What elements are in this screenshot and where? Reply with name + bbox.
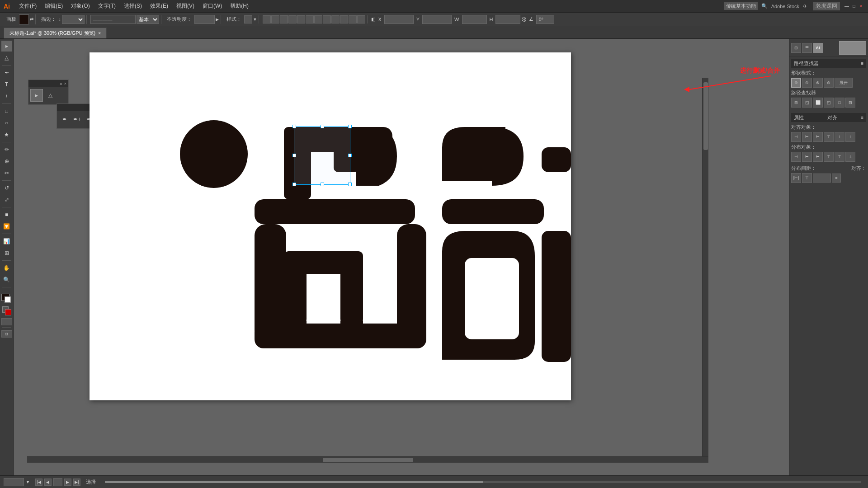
merge-icon[interactable]: ⬜	[813, 98, 823, 108]
dist-spacing-v-icon[interactable]: ⊤	[802, 173, 812, 183]
star-tool[interactable]: ★	[1, 129, 12, 140]
dist-center-h-icon[interactable]: ⊢	[802, 152, 812, 162]
selection-tool-btn[interactable]: ▸	[30, 89, 43, 102]
hand-tool[interactable]: ✋	[1, 263, 12, 273]
exclude-icon[interactable]: ⊘	[824, 78, 834, 88]
next-page-btn[interactable]: ▶	[64, 479, 71, 486]
selection-tool[interactable]: ▸	[1, 41, 12, 52]
handle-mr[interactable]	[348, 154, 352, 157]
fill-swatch[interactable]	[19, 14, 29, 24]
hscroll-thumb[interactable]	[323, 458, 413, 462]
rectangle-tool[interactable]: □	[1, 106, 12, 117]
expand-button[interactable]: 展开	[835, 78, 853, 88]
eyedropper-tool[interactable]: 🔽	[1, 221, 12, 232]
align-center-obj-icon[interactable]: ⊢	[802, 132, 812, 142]
align-left-obj-icon[interactable]: ⊣	[791, 132, 801, 142]
align-bottom-icon[interactable]	[306, 15, 314, 23]
opacity-input[interactable]: 100%	[194, 15, 215, 24]
close-button[interactable]: ×	[858, 3, 864, 9]
distribute-left-icon[interactable]	[314, 15, 322, 23]
menu-help[interactable]: 帮助(H)	[226, 1, 252, 11]
dist-bottom-icon[interactable]: ⊥	[845, 152, 855, 162]
menu-edit[interactable]: 编辑(E)	[41, 1, 66, 11]
link-proportions-icon[interactable]: ⛓	[521, 17, 526, 22]
minus-back-icon[interactable]: ⊟	[845, 98, 855, 108]
ai-panel-icon[interactable]: AI	[813, 43, 823, 53]
y-input[interactable]: 148.75 px	[422, 15, 452, 24]
paintbrush-tool[interactable]: ✏	[1, 144, 12, 155]
direct-selection-tool-btn[interactable]: △	[44, 89, 57, 102]
align-right-icon[interactable]	[280, 15, 288, 23]
stroke-input[interactable]	[90, 15, 136, 24]
pen-tool[interactable]: ✒	[1, 67, 12, 78]
list-view-icon[interactable]: ☰	[802, 43, 812, 53]
line-tool[interactable]: /	[1, 91, 12, 102]
background-color[interactable]	[5, 296, 11, 303]
prev-page-btn[interactable]: ◀	[44, 479, 52, 486]
panel-arrow-close[interactable]: ×	[64, 81, 66, 86]
dist-left-icon[interactable]: ⊣	[791, 152, 801, 162]
handle-bl[interactable]	[292, 183, 296, 186]
divide-icon[interactable]: ⊞	[791, 98, 801, 108]
stroke-preset-select[interactable]: 基本	[137, 15, 159, 24]
handle-tc[interactable]	[321, 125, 324, 128]
share-icon[interactable]: ✈	[803, 3, 807, 9]
zoom-tool[interactable]: 🔍	[1, 274, 12, 285]
distribute-center-v-icon[interactable]	[349, 15, 357, 23]
spacing-value-input[interactable]: 0.9 mm	[813, 174, 831, 183]
stroke-select[interactable]	[62, 15, 85, 24]
menu-view[interactable]: 视图(V)	[173, 1, 198, 11]
ellipse-tool[interactable]: ○	[1, 117, 12, 128]
crop-icon[interactable]: ◰	[824, 98, 834, 108]
pathfinder-menu[interactable]: ≡	[861, 61, 863, 66]
align-middle-obj-icon[interactable]: ⊥	[835, 132, 844, 142]
distribute-top-icon[interactable]	[340, 15, 348, 23]
align-menu[interactable]: ≡	[861, 115, 863, 120]
last-page-btn[interactable]: ▶|	[73, 479, 80, 486]
align-to-icon[interactable]: ≡	[832, 174, 841, 183]
align-right-obj-icon[interactable]: ⊢	[813, 132, 823, 142]
vertical-scrollbar[interactable]	[702, 78, 708, 456]
align-center-v-icon[interactable]	[297, 15, 305, 23]
outline-icon[interactable]: □	[835, 98, 844, 108]
handle-tr[interactable]	[348, 125, 352, 128]
handle-br[interactable]	[348, 183, 352, 186]
first-page-btn[interactable]: |◀	[35, 479, 42, 486]
menu-window[interactable]: 窗口(W)	[199, 1, 226, 11]
menu-file[interactable]: 文件(F)	[15, 1, 40, 11]
w-input[interactable]: 50.5 px	[462, 15, 487, 24]
handle-bc[interactable]	[321, 183, 324, 186]
dist-right-icon[interactable]: ⊢	[813, 152, 823, 162]
scissors-tool[interactable]: ✂	[1, 168, 12, 178]
minus-front-icon[interactable]: ⊖	[802, 78, 812, 88]
dist-top-icon[interactable]: ⊤	[824, 152, 834, 162]
menu-effect[interactable]: 效果(E)	[146, 1, 172, 11]
grid-view-icon[interactable]: ⊞	[791, 43, 801, 53]
stroke-color[interactable]	[5, 309, 11, 315]
angle-input[interactable]	[536, 15, 554, 24]
document-tab[interactable]: 未标题-1.ai* @ 300% (RGB/GPU 预览) ×	[4, 28, 107, 38]
h-input[interactable]: 55.5 px	[495, 15, 520, 24]
unite-icon[interactable]: ⊕	[791, 78, 801, 88]
maximize-button[interactable]: □	[851, 3, 857, 9]
menu-select[interactable]: 选择(S)	[120, 1, 146, 11]
trim-icon[interactable]: ◱	[802, 98, 812, 108]
menu-object[interactable]: 对象(O)	[67, 1, 93, 11]
handle-ml[interactable]	[292, 154, 296, 157]
x-input[interactable]: 230.625	[384, 15, 414, 24]
direct-selection-tool[interactable]: △	[1, 52, 12, 63]
graph-tool[interactable]: 📊	[1, 236, 12, 247]
draw-mode-icon[interactable]: ⊡	[1, 330, 12, 338]
blob-brush-tool[interactable]: ⊕	[1, 156, 12, 167]
handle-tl[interactable]	[292, 125, 296, 128]
horizontal-scrollbar[interactable]	[27, 456, 708, 463]
zoom-input[interactable]: 300%	[4, 478, 24, 486]
intersect-icon[interactable]: ⊗	[813, 78, 823, 88]
add-anchor-tool-btn[interactable]: ✒+	[71, 113, 83, 126]
distribute-center-h-icon[interactable]	[323, 15, 331, 23]
workspace-selector[interactable]: 传统基本功能	[724, 2, 758, 10]
rotate-tool[interactable]: ↺	[1, 183, 12, 193]
dist-center-v-icon[interactable]: ⊤	[835, 152, 844, 162]
zoom-chevron[interactable]: ▼	[26, 480, 30, 484]
page-input[interactable]: 1	[53, 478, 62, 486]
